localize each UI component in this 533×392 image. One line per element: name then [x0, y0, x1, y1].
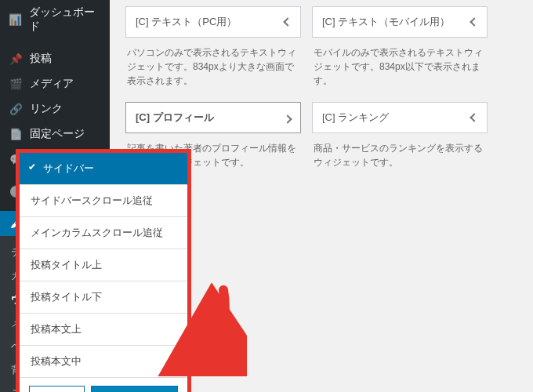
area-option-sidebar[interactable]: サイドバー: [20, 153, 187, 185]
widget-title: [C] テキスト（PC用）: [136, 15, 237, 29]
area-option-post-title-above[interactable]: 投稿タイトル上: [20, 249, 187, 281]
add-widget-button[interactable]: ウィジェットを追加: [91, 386, 178, 392]
widget-profile[interactable]: [C] プロフィール: [125, 102, 301, 133]
widget-text-pc[interactable]: [C] テキスト（PC用）: [125, 6, 301, 38]
widget-description: パソコンのみで表示されるテキストウィジェットです。834pxより大きな画面で表示…: [125, 38, 301, 102]
nav-label: メディア: [30, 77, 74, 91]
area-option-main-scroll[interactable]: メインカラムスクロール追従: [20, 217, 187, 249]
nav-label: ダッシュボード: [29, 5, 102, 34]
nav-label: 固定ページ: [30, 127, 85, 141]
chevron-down-icon: [470, 113, 478, 122]
widget-description: モバイルのみで表示されるテキストウィジェットです。834px以下で表示されます。: [312, 38, 488, 102]
widget-area-dropdown: サイドバー サイドバースクロール追従 メインカラムスクロール追従 投稿タイトル上…: [16, 149, 191, 392]
nav-links[interactable]: 🔗リンク: [0, 96, 110, 122]
media-icon: 🎬: [8, 78, 24, 90]
widget-title: [C] プロフィール: [136, 111, 214, 125]
pin-icon: 📌: [8, 53, 24, 65]
area-option-post-title-below[interactable]: 投稿タイトル下: [20, 281, 187, 314]
area-option-post-body-middle[interactable]: 投稿本文中: [20, 346, 187, 378]
cancel-button[interactable]: キャンセル: [29, 386, 85, 392]
nav-label: 投稿: [30, 52, 52, 66]
link-icon: 🔗: [8, 103, 24, 115]
nav-label: リンク: [30, 102, 63, 116]
widget-title: [C] ランキング: [322, 111, 389, 125]
chevron-up-icon: [283, 114, 292, 123]
widget-description: 商品・サービスのランキングを表示するウィジェットです。: [312, 133, 488, 183]
widget-ranking[interactable]: [C] ランキング: [312, 102, 488, 133]
dropdown-buttons: キャンセル ウィジェットを追加: [20, 378, 187, 392]
chevron-down-icon: [470, 17, 478, 26]
area-option-post-body-above[interactable]: 投稿本文上: [20, 314, 187, 346]
chevron-down-icon: [283, 17, 292, 26]
page-icon: 📄: [8, 128, 24, 140]
nav-pages[interactable]: 📄固定ページ: [0, 122, 110, 147]
dashboard-icon: 📊: [8, 13, 23, 26]
nav-dashboard[interactable]: 📊ダッシュボード: [0, 0, 110, 39]
widget-title: [C] テキスト（モバイル用）: [322, 15, 450, 29]
area-option-sidebar-scroll[interactable]: サイドバースクロール追従: [20, 185, 187, 217]
nav-media[interactable]: 🎬メディア: [0, 71, 110, 96]
widget-text-mobile[interactable]: [C] テキスト（モバイル用）: [312, 6, 488, 38]
nav-posts[interactable]: 📌投稿: [0, 46, 110, 71]
